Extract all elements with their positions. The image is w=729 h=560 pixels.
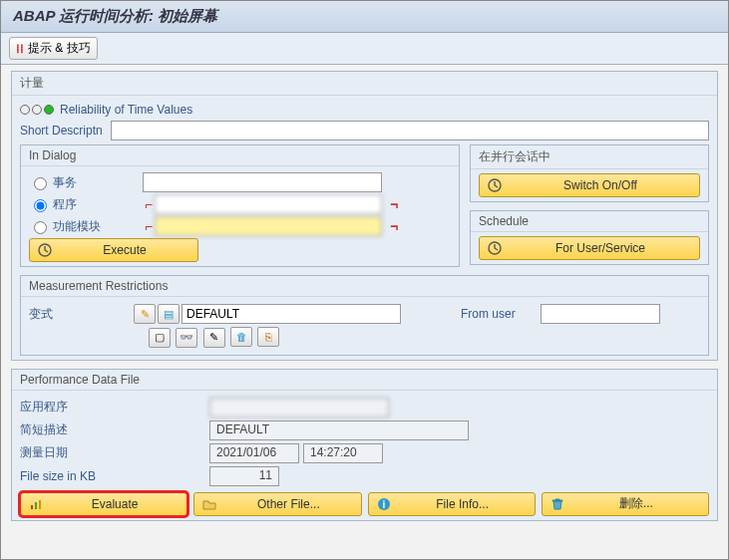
execute-label: Execute — [58, 243, 191, 257]
evaluate-label: Evaluate — [49, 497, 181, 511]
chart-icon — [27, 495, 45, 513]
switch-onoff-button[interactable]: Switch On/Off — [479, 173, 700, 197]
program-input[interactable] — [155, 194, 382, 214]
measurement-group: 计量 Reliability of Time Values Short Desc… — [11, 71, 718, 361]
clock-icon — [36, 241, 54, 259]
display-button[interactable]: 👓 — [176, 328, 197, 348]
short-desc-label: Short Descriptn — [20, 124, 103, 138]
bracket-left-icon: ⌐ — [145, 196, 153, 212]
bracket-right-icon2: ¬ — [390, 218, 398, 234]
restrictions-title: Measurement Restrictions — [21, 276, 708, 297]
radio-fm-label: 功能模块 — [53, 218, 143, 235]
in-dialog-title: In Dialog — [21, 145, 459, 166]
execute-button[interactable]: Execute — [29, 238, 198, 262]
svg-rect-4 — [35, 502, 37, 509]
delete-button[interactable]: 删除... — [542, 492, 709, 516]
tips-button[interactable]: ⁞⁞ 提示 & 技巧 — [9, 37, 98, 60]
svg-rect-3 — [31, 505, 33, 509]
reliability-label: Reliability of Time Values — [60, 103, 192, 117]
tips-icon: ⁞⁞ — [16, 42, 24, 56]
copy-button[interactable]: ⎘ — [257, 327, 279, 347]
desc-value: DEFAULT — [209, 420, 469, 440]
edit-button[interactable]: ✎ — [203, 328, 225, 348]
date-label: 测量日期 — [20, 444, 209, 461]
svg-rect-5 — [39, 500, 41, 509]
clock-icon — [486, 239, 504, 257]
delete-variant-button[interactable]: 🗑 — [230, 327, 252, 347]
trash-icon: 🗑 — [236, 331, 247, 343]
time-value: 14:27:20 — [303, 443, 383, 463]
other-file-button[interactable]: Other File... — [193, 492, 361, 516]
evaluate-button[interactable]: Evaluate — [20, 492, 187, 516]
measurement-title: 计量 — [12, 72, 717, 96]
trash-icon — [548, 495, 566, 513]
app-value — [209, 398, 389, 418]
radio-program[interactable] — [34, 199, 47, 212]
info-icon: i — [375, 495, 393, 513]
bracket-left-icon2: ⌐ — [145, 218, 153, 234]
toolbar: ⁞⁞ 提示 & 技巧 — [1, 33, 728, 65]
radio-transaction-label: 事务 — [53, 174, 143, 191]
list-icon: ▤ — [164, 308, 174, 321]
svg-text:i: i — [382, 499, 385, 510]
variant-label: 变式 — [29, 306, 134, 323]
for-user-label: For User/Service — [508, 241, 693, 255]
pencil-icon: ✎ — [209, 331, 218, 344]
file-info-button[interactable]: i File Info... — [368, 492, 536, 516]
for-user-service-button[interactable]: For User/Service — [479, 236, 700, 260]
file-info-label: File Info... — [397, 497, 529, 511]
tips-label: 提示 & 技巧 — [28, 40, 91, 57]
traffic-light-icon — [20, 105, 54, 115]
variant-input[interactable] — [182, 304, 401, 324]
delete-label: 删除... — [570, 495, 702, 512]
page-title: ABAP 运行时间分析: 初始屏幕 — [13, 7, 716, 26]
parallel-title: 在并行会话中 — [471, 145, 708, 169]
copy-icon: ⎘ — [265, 331, 272, 343]
folder-icon: ✎ — [141, 308, 150, 321]
parallel-session-group: 在并行会话中 Switch On/Off — [470, 144, 709, 202]
from-user-input[interactable] — [541, 304, 660, 324]
restrictions-group: Measurement Restrictions 变式 ✎ ▤ — [20, 275, 709, 356]
folder-open-icon — [200, 495, 218, 513]
create-button[interactable]: ▢ — [149, 328, 171, 348]
date-value: 2021/01/06 — [209, 443, 299, 463]
from-user-label: From user — [461, 307, 541, 321]
switch-label: Switch On/Off — [508, 178, 693, 192]
radio-transaction[interactable] — [34, 177, 47, 190]
schedule-group: Schedule For User/Service — [470, 210, 709, 265]
titlebar: ABAP 运行时间分析: 初始屏幕 — [1, 1, 728, 33]
perf-title: Performance Data File — [12, 370, 717, 391]
glasses-icon: 👓 — [180, 331, 193, 344]
variant-pick-button[interactable]: ✎ — [134, 304, 156, 324]
bracket-right-icon: ¬ — [390, 196, 398, 212]
radio-function-module[interactable] — [34, 221, 47, 234]
other-file-label: Other File... — [222, 497, 354, 511]
function-module-input[interactable] — [155, 216, 382, 236]
perf-data-group: Performance Data File 应用程序 简短描述 DEFAULT … — [11, 369, 718, 521]
size-label: File size in KB — [20, 469, 209, 483]
in-dialog-group: In Dialog 事务 程序 ⌐ — [20, 144, 460, 267]
size-value: 11 — [209, 466, 279, 486]
app-label: 应用程序 — [20, 399, 209, 416]
new-icon: ▢ — [155, 331, 165, 344]
short-desc-input[interactable] — [111, 121, 709, 140]
schedule-title: Schedule — [471, 211, 708, 232]
variant-list-button[interactable]: ▤ — [158, 304, 180, 324]
radio-program-label: 程序 — [53, 196, 143, 213]
clock-icon — [486, 176, 504, 194]
desc-label: 简短描述 — [20, 421, 209, 438]
transaction-input[interactable] — [143, 172, 382, 192]
